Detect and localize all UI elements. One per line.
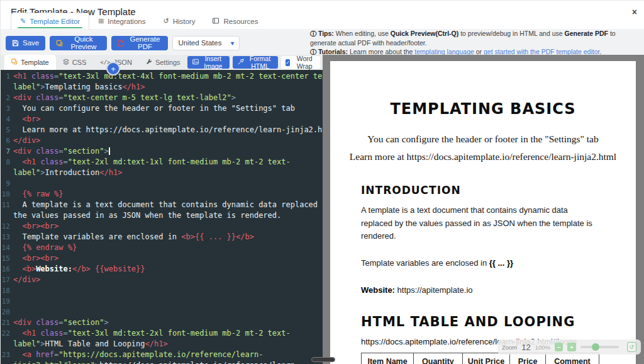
code-text [13, 285, 323, 296]
code-line[interactable]: 20 [1, 307, 323, 317]
insert-image-button[interactable]: Insert Image [187, 56, 230, 69]
line-number: 18 [1, 285, 13, 296]
tab-integrations[interactable]: ⊞ Integrations [89, 13, 154, 30]
code-text: <a href="https://docs.apitemplate.io/ref… [13, 350, 323, 360]
code-text: {% endraw %} [13, 242, 323, 253]
code-line[interactable]: 6</div> [1, 135, 323, 146]
tab-resources[interactable]: Resources [204, 14, 267, 30]
code-line[interactable]: 5 Learn more at https://docs.apitemplate… [1, 125, 323, 135]
zoom-control: Zoom 12 100% − + ↺ [497, 339, 641, 355]
table-header: Quantity [414, 353, 462, 364]
line-number: 1 [1, 71, 13, 82]
code-text: <b>Website:</b> {{website}} [13, 264, 323, 275]
code-text [13, 296, 323, 307]
code-line[interactable]: 15 <br><br> [1, 253, 323, 264]
line-number: 9 [1, 178, 13, 189]
zoom-in-button[interactable]: + [567, 343, 575, 351]
zoom-slider[interactable] [580, 346, 619, 348]
code-text: <h1 class="text-3xl md:text-4xl font-med… [13, 71, 323, 82]
code-text: <h1 class="text-2xl md:text-1xl font-med… [13, 157, 323, 168]
line-number [1, 339, 13, 350]
tab-css[interactable]: CSS [56, 55, 94, 70]
code-line[interactable]: 9 [1, 178, 323, 189]
format-html-label: Format HTML [247, 55, 273, 70]
app-window: Edit Template - New Template × ✎ Templat… [0, 0, 644, 364]
code-line[interactable]: label">HTML Table and Looping</h1> [1, 339, 323, 350]
code-line[interactable]: 18 [1, 285, 323, 296]
text-cursor [109, 147, 110, 155]
format-html-button[interactable]: Format HTML [233, 56, 278, 69]
editor-pane: Template CSS </> JSON Settings [1, 55, 323, 364]
editor-actions: Insert Image Format HTML ✓ Word Wrap [187, 56, 321, 69]
code-line[interactable]: 8 <h1 class="text-2xl md:text-1xl font-m… [1, 157, 323, 168]
zoom-reset-button[interactable]: ↺ [627, 342, 636, 352]
code-line[interactable]: jinja2.html#loops">https://docs.apitempl… [1, 360, 323, 364]
code-line[interactable]: 17</div> [1, 275, 323, 285]
image-icon [192, 59, 199, 66]
zoom-label: Zoom [502, 344, 517, 351]
generate-pdf-button[interactable]: Generate PDF [111, 36, 169, 50]
close-icon[interactable]: × [632, 7, 637, 17]
resize-handle[interactable] [311, 357, 335, 362]
code-text [13, 307, 323, 317]
code-line[interactable]: 10 {% raw %} [1, 189, 323, 200]
zoom-percent: 100% [535, 344, 550, 351]
tab-history[interactable]: ↺ History [154, 13, 204, 30]
code-line[interactable]: 7<div class="section"> [1, 146, 323, 157]
line-number: 6 [1, 135, 13, 146]
line-number [1, 210, 13, 221]
code-text: <h1 class="text-3xl md:text-2xl font-med… [13, 328, 323, 339]
line-number [1, 360, 13, 364]
quick-preview-label: Quick Preview [67, 35, 100, 50]
code-line[interactable]: 2<div class="text-center m-5 text-lg tex… [1, 93, 323, 103]
code-line[interactable]: 19 [1, 296, 323, 307]
tab-settings[interactable]: Settings [139, 55, 187, 70]
code-line[interactable]: 11 A template is a text document that co… [1, 200, 323, 210]
line-number: 22 [1, 328, 13, 339]
code-text: </div> [13, 275, 323, 285]
line-number: 2 [1, 93, 13, 103]
code-line[interactable]: 22 <h1 class="text-3xl md:text-2xl font-… [1, 328, 323, 339]
preview-icon [56, 40, 63, 47]
code-line[interactable]: 14 {% endraw %} [1, 242, 323, 253]
code-text: <div class="section"> [13, 317, 323, 328]
code-line[interactable]: 4 <br> [1, 114, 323, 125]
line-number: 23 [1, 350, 13, 360]
save-button[interactable]: Save [6, 36, 45, 50]
line-number: 15 [1, 253, 13, 264]
code-line[interactable]: the values passed in as JSON when the te… [1, 210, 323, 221]
code-text: the values passed in as JSON when the te… [13, 210, 323, 221]
tab-template[interactable]: Template [4, 55, 56, 70]
code-text: <br> [13, 114, 323, 125]
code-line[interactable]: 23 <a href="https://docs.apitemplate.io/… [1, 350, 323, 360]
zoom-out-button[interactable]: − [555, 343, 563, 351]
code-line[interactable]: 12 <br><br> [1, 221, 323, 232]
line-number: 13 [1, 232, 13, 242]
code-line[interactable]: 1<h1 class="text-3xl md:text-4xl font-me… [1, 71, 323, 82]
code-line[interactable]: 16 <b>Website:</b> {{website}} [1, 264, 323, 275]
code-text [13, 178, 323, 189]
word-wrap-label: Word Wrap [293, 55, 316, 70]
tab-label: History [173, 18, 196, 25]
code-line[interactable]: 21<div class="section"> [1, 317, 323, 328]
quick-preview-button[interactable]: Quick Preview [50, 36, 106, 50]
code-text: <div class="section"> [13, 146, 323, 157]
word-wrap-toggle[interactable]: ✓ Word Wrap [281, 56, 320, 69]
code-line[interactable]: label">Introduction</h1> [1, 168, 323, 178]
code-editor[interactable]: 1<h1 class="text-3xl md:text-4xl font-me… [1, 70, 323, 364]
tab-template-editor[interactable]: ✎ Template Editor [11, 13, 89, 30]
zoom-slider-thumb[interactable] [592, 343, 599, 351]
code-line[interactable]: 13 Template variables are enclosed in <b… [1, 232, 323, 242]
line-number [1, 168, 13, 178]
generate-pdf-label: Generate PDF [128, 35, 162, 50]
line-number: 16 [1, 264, 13, 275]
add-snippet-fab[interactable]: + [106, 62, 120, 76]
preview-subtitle: You can configure the header or footer i… [330, 130, 636, 166]
tab-label: Template [21, 59, 49, 66]
main-area: Template CSS </> JSON Settings [1, 55, 644, 364]
code-line[interactable]: label">Templating basics</h1> [1, 82, 323, 93]
code-text: <br><br> [13, 221, 323, 232]
wrench-icon [146, 59, 152, 66]
region-select[interactable]: United States ▾ [172, 36, 240, 50]
code-line[interactable]: 3 You can configure the header or footer… [1, 103, 323, 114]
